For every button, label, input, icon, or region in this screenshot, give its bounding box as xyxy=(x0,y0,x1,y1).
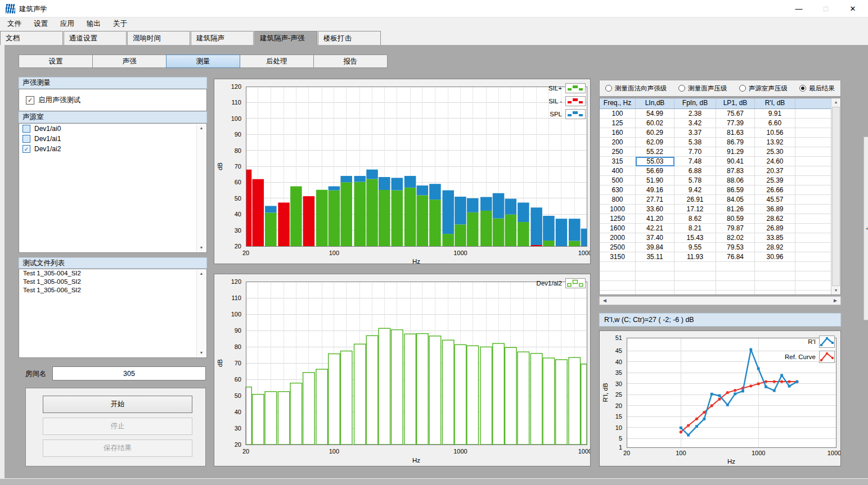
table-cell[interactable]: 8.62 xyxy=(674,214,716,224)
table-cell[interactable] xyxy=(795,138,832,147)
sub-tab-3[interactable]: 后处理 xyxy=(240,55,314,68)
table-cell[interactable]: 24.60 xyxy=(755,157,795,166)
table-cell[interactable]: 28.62 xyxy=(755,214,795,224)
table-cell-empty[interactable] xyxy=(795,291,832,295)
table-cell[interactable]: 2.38 xyxy=(674,109,716,119)
menu-item-1[interactable]: 设置 xyxy=(28,17,54,30)
table-cell[interactable] xyxy=(795,147,832,157)
table-cell[interactable]: 76.84 xyxy=(716,252,755,262)
table-horizontal-scrollbar[interactable]: ◄ ► xyxy=(599,296,841,305)
table-cell[interactable]: 9.42 xyxy=(674,185,716,195)
table-cell-empty[interactable] xyxy=(755,281,795,291)
table-cell[interactable] xyxy=(795,205,832,214)
table-cell[interactable]: 5.38 xyxy=(674,138,716,147)
table-cell[interactable]: 250 xyxy=(600,147,636,157)
table-cell[interactable]: 41.20 xyxy=(636,214,674,224)
test-file-item[interactable]: Test 1_305-005_SI2 xyxy=(19,278,206,286)
table-cell[interactable]: 13.92 xyxy=(755,138,795,147)
channel-list-scrollbar[interactable]: ▲ ▼ xyxy=(196,124,206,252)
table-cell[interactable]: 79.87 xyxy=(716,224,755,233)
sub-tab-2[interactable]: 测量 xyxy=(166,55,240,68)
scrollbar-thumb[interactable] xyxy=(832,107,840,286)
scroll-down-icon[interactable]: ▼ xyxy=(200,244,204,252)
channel-checkbox[interactable]: ✓ xyxy=(23,145,30,153)
table-cell[interactable]: 315 xyxy=(600,157,636,166)
table-cell[interactable]: 3.42 xyxy=(674,119,716,128)
table-cell[interactable] xyxy=(795,128,832,138)
radio-circle[interactable] xyxy=(605,85,612,92)
menu-item-4[interactable]: 关于 xyxy=(107,17,133,30)
scroll-right-icon[interactable]: ► xyxy=(833,297,838,305)
room-name-input[interactable] xyxy=(52,366,206,380)
table-cell[interactable]: 26.89 xyxy=(755,224,795,233)
table-cell[interactable]: 77.39 xyxy=(716,119,755,128)
table-cell[interactable]: 7.70 xyxy=(674,147,716,157)
table-cell-empty[interactable] xyxy=(716,291,755,295)
table-cell[interactable] xyxy=(795,233,832,243)
table-cell-empty[interactable] xyxy=(674,271,716,281)
table-cell[interactable]: 500 xyxy=(600,176,636,185)
table-cell[interactable]: 5.78 xyxy=(674,176,716,185)
table-cell[interactable]: 17.12 xyxy=(674,205,716,214)
table-cell[interactable]: 25.30 xyxy=(755,147,795,157)
enable-intensity-checkbox[interactable]: ✓ xyxy=(26,96,34,105)
table-cell[interactable]: 27.71 xyxy=(636,195,674,205)
table-cell[interactable] xyxy=(795,109,832,119)
test-file-item[interactable]: Test 1_305-006_SI2 xyxy=(19,286,206,294)
main-tab-5[interactable]: 楼板打击 xyxy=(318,31,381,45)
table-vertical-scrollbar[interactable]: ▲ ▼ xyxy=(831,98,840,294)
table-cell[interactable]: 35.11 xyxy=(636,252,674,262)
table-cell[interactable]: 55.03 xyxy=(636,157,674,166)
table-cell[interactable]: 2000 xyxy=(600,233,636,243)
table-cell-empty[interactable] xyxy=(795,262,832,271)
main-tab-4[interactable]: 建筑隔声-声强 xyxy=(254,31,317,45)
radio-option-2[interactable]: 声源室声压级 xyxy=(739,84,788,93)
sub-tab-4[interactable]: 报告 xyxy=(313,55,388,68)
table-cell[interactable]: 30.96 xyxy=(755,252,795,262)
table-cell-empty[interactable] xyxy=(755,262,795,271)
start-button[interactable]: 开始 xyxy=(43,396,192,413)
scroll-down-icon[interactable]: ▼ xyxy=(834,287,838,294)
table-cell[interactable]: 630 xyxy=(600,185,636,195)
table-cell[interactable]: 1000 xyxy=(600,205,636,214)
table-cell[interactable]: 79.53 xyxy=(716,243,755,252)
table-cell[interactable]: 3150 xyxy=(600,252,636,262)
radio-option-3[interactable]: 最后结果 xyxy=(799,84,835,93)
table-cell[interactable]: 10.56 xyxy=(755,128,795,138)
test-file-list[interactable]: Test 1_305-004_SI2Test 1_305-005_SI2Test… xyxy=(19,269,207,358)
table-cell[interactable]: 91.29 xyxy=(716,147,755,157)
sub-tab-0[interactable]: 设置 xyxy=(19,55,93,68)
table-cell[interactable]: 28.92 xyxy=(755,243,795,252)
source-channel-list[interactable]: Dev1/ai0Dev1/ai1✓Dev1/ai2 ▲ ▼ xyxy=(19,123,207,253)
table-cell[interactable]: 400 xyxy=(600,166,636,176)
table-cell[interactable] xyxy=(795,214,832,224)
sub-tab-1[interactable]: 声强 xyxy=(92,55,167,68)
table-cell-empty[interactable] xyxy=(674,262,716,271)
table-cell[interactable]: 86.79 xyxy=(716,138,755,147)
minimize-button[interactable]: — xyxy=(786,0,812,17)
source-channel-item[interactable]: Dev1/ai0 xyxy=(19,124,206,134)
maximize-button[interactable]: □ xyxy=(813,0,839,17)
table-cell[interactable]: 1600 xyxy=(600,224,636,233)
main-tab-2[interactable]: 混响时间 xyxy=(127,31,190,45)
table-cell[interactable]: 8.21 xyxy=(674,224,716,233)
table-cell[interactable]: 82.02 xyxy=(716,233,755,243)
table-cell-empty[interactable] xyxy=(674,281,716,291)
table-cell[interactable]: 9.91 xyxy=(755,109,795,119)
table-cell-empty[interactable] xyxy=(636,271,674,281)
table-cell[interactable] xyxy=(795,224,832,233)
collapse-panel-button[interactable]: < xyxy=(863,137,868,320)
main-tab-1[interactable]: 通道设置 xyxy=(64,31,127,45)
table-cell-empty[interactable] xyxy=(795,271,832,281)
radio-circle[interactable] xyxy=(678,85,685,92)
table-cell[interactable]: 7.48 xyxy=(674,157,716,166)
table-cell[interactable]: 81.26 xyxy=(716,205,755,214)
scroll-down-icon[interactable]: ▼ xyxy=(200,349,204,357)
scroll-left-icon[interactable]: ◄ xyxy=(602,297,608,305)
table-cell[interactable]: 45.57 xyxy=(755,195,795,205)
table-cell[interactable] xyxy=(795,243,832,252)
table-cell[interactable]: 75.67 xyxy=(716,109,755,119)
source-channel-item[interactable]: Dev1/ai1 xyxy=(19,134,206,144)
table-cell[interactable] xyxy=(795,166,832,176)
table-cell[interactable]: 84.05 xyxy=(716,195,755,205)
